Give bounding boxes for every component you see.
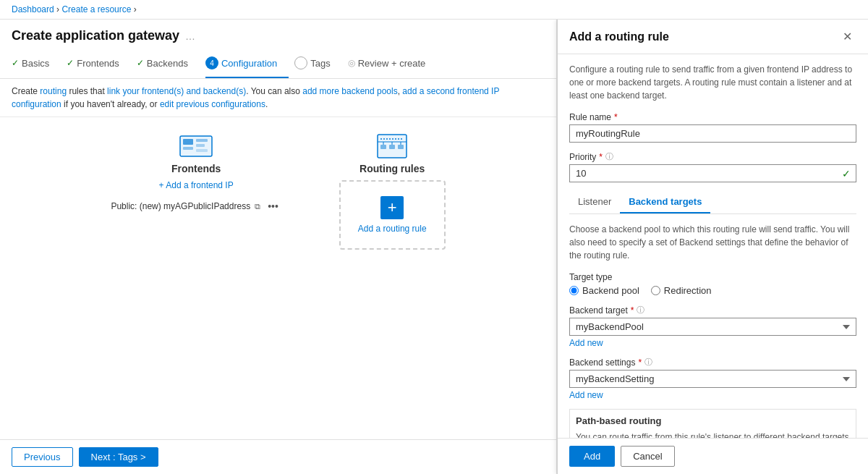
step-review-icon: ◎	[348, 58, 355, 68]
svg-rect-1	[183, 139, 193, 145]
backend-target-label-text: Backend target	[569, 305, 628, 316]
step-tags-label: Tags	[310, 58, 330, 69]
path-routing-section: Path-based routing You can route traffic…	[569, 409, 856, 438]
step-frontends[interactable]: ✓ Frontends	[67, 51, 131, 77]
side-panel-header: Add a routing rule ✕	[558, 20, 868, 54]
priority-check-icon: ✓	[842, 168, 851, 179]
radio-redirection-input[interactable]	[651, 286, 660, 295]
panel-tabs: Listener Backend targets	[569, 191, 856, 214]
page-subtitle-icon[interactable]: …	[185, 30, 195, 42]
backend-target-add-new[interactable]: Add new	[569, 338, 856, 348]
routing-title: Routing rules	[359, 163, 425, 174]
frontends-section: Frontends + Add a frontend IP Public: (n…	[111, 132, 281, 213]
priority-input-wrapper: ✓	[569, 164, 856, 182]
page-title: Create application gateway	[12, 28, 179, 43]
svg-rect-3	[196, 139, 208, 142]
step-backends-check: ✓	[137, 58, 144, 68]
cancel-button[interactable]: Cancel	[621, 446, 674, 467]
add-button[interactable]: Add	[569, 446, 615, 467]
page-header: Create application gateway …	[0, 20, 556, 49]
radio-backend-pool-label: Backend pool	[582, 285, 639, 296]
step-basics[interactable]: ✓ Basics	[12, 51, 61, 77]
priority-group: Priority * ⓘ ✓	[569, 151, 856, 182]
step-tags[interactable]: Tags	[294, 49, 341, 78]
step-configuration[interactable]: 4 Configuration	[205, 49, 289, 78]
step-basics-check: ✓	[12, 58, 19, 68]
frontends-icon	[179, 132, 213, 163]
svg-rect-5	[196, 149, 208, 152]
frontends-title: Frontends	[171, 163, 221, 174]
priority-info-icon[interactable]: ⓘ	[605, 151, 613, 162]
panel-footer: Add Cancel	[558, 438, 868, 474]
bottom-bar: Previous Next : Tags >	[0, 439, 556, 474]
next-button[interactable]: Next : Tags >	[79, 447, 158, 467]
path-routing-desc: You can route traffic from this rule's l…	[576, 431, 850, 438]
radio-backend-pool-input[interactable]	[569, 286, 579, 295]
backend-target-select[interactable]: myBackendPool	[569, 318, 856, 336]
backend-target-required: *	[631, 305, 634, 316]
backend-settings-group: Backend settings * ⓘ myBackendSetting Ad…	[569, 357, 856, 400]
step-backends-label: Backends	[147, 58, 188, 69]
target-type-group: Target type Backend pool Redirection	[569, 272, 856, 296]
priority-input[interactable]	[569, 164, 856, 182]
side-panel-title: Add a routing rule	[569, 30, 669, 43]
side-panel-close-button[interactable]: ✕	[838, 28, 856, 45]
backend-targets-desc: Choose a backend pool to which this rout…	[569, 223, 856, 262]
radio-redirection[interactable]: Redirection	[651, 285, 712, 296]
tab-listener[interactable]: Listener	[569, 191, 620, 213]
step-backends[interactable]: ✓ Backends	[137, 51, 200, 77]
frontend-item: Public: (new) myAGPublicIPaddress ⧉ •••	[111, 199, 281, 213]
info-link-pool[interactable]: add more backend pools	[302, 86, 397, 96]
radio-redirection-label: Redirection	[664, 285, 712, 296]
backend-settings-add-new[interactable]: Add new	[569, 390, 856, 400]
backend-settings-label: Backend settings * ⓘ	[569, 357, 856, 368]
svg-rect-4	[196, 144, 205, 147]
tab-backend-targets-label: Backend targets	[629, 196, 702, 207]
panel-description: Configure a routing rule to send traffic…	[569, 63, 856, 102]
frontend-ellipsis-btn[interactable]: •••	[265, 199, 281, 213]
tab-listener-label: Listener	[578, 196, 611, 207]
step-frontends-label: Frontends	[77, 58, 119, 69]
routing-box-label: Add a routing rule	[358, 224, 427, 234]
svg-rect-2	[183, 147, 193, 150]
steps-nav: ✓ Basics ✓ Frontends ✓ Backends 4 Config…	[0, 49, 556, 79]
info-link-frontend[interactable]: link your frontend(s) and backend(s)	[107, 86, 246, 96]
breadcrumb: Dashboard › Create a resource ›	[0, 0, 868, 20]
info-routing-link[interactable]: routing	[40, 86, 67, 96]
backend-settings-label-text: Backend settings	[569, 357, 635, 368]
rule-name-label: Rule name *	[569, 112, 856, 122]
target-type-label: Target type	[569, 272, 856, 282]
add-frontend-link[interactable]: + Add a frontend IP	[159, 180, 234, 190]
step-basics-label: Basics	[22, 58, 49, 69]
backend-settings-required: *	[638, 357, 642, 368]
priority-label-text: Priority	[569, 152, 596, 162]
breadcrumb-create-resource[interactable]: Create a resource	[61, 4, 131, 14]
backend-target-label: Backend target * ⓘ	[569, 305, 856, 316]
step-configuration-num: 4	[205, 56, 218, 69]
info-link-edit[interactable]: edit previous configurations	[160, 99, 265, 109]
info-text: Create routing rules that link your fron…	[0, 79, 556, 117]
rule-name-input[interactable]	[569, 124, 856, 143]
breadcrumb-dashboard[interactable]: Dashboard	[12, 4, 54, 14]
tab-backend-targets[interactable]: Backend targets	[620, 191, 710, 213]
step-configuration-label: Configuration	[221, 58, 277, 69]
backend-target-info-icon[interactable]: ⓘ	[637, 305, 644, 316]
radio-backend-pool[interactable]: Backend pool	[569, 285, 639, 296]
rule-name-group: Rule name *	[569, 112, 856, 143]
path-routing-title: Path-based routing	[576, 415, 850, 426]
breadcrumb-sep2: ›	[134, 4, 137, 14]
step-tags-circle	[294, 56, 307, 69]
backend-settings-select[interactable]: myBackendSetting	[569, 370, 856, 388]
side-panel: Add a routing rule ✕ Configure a routing…	[557, 20, 868, 474]
backend-settings-info-icon[interactable]: ⓘ	[644, 357, 652, 368]
side-panel-body: Configure a routing rule to send traffic…	[558, 54, 868, 438]
svg-rect-9	[389, 145, 395, 149]
step-review[interactable]: ◎ Review + create	[348, 51, 438, 77]
target-type-label-text: Target type	[569, 272, 612, 282]
rule-name-required: *	[614, 112, 618, 122]
add-routing-rule-box[interactable]: + Add a routing rule	[339, 180, 446, 250]
prev-button[interactable]: Previous	[12, 447, 73, 467]
priority-label: Priority * ⓘ	[569, 151, 856, 162]
routing-plus-btn[interactable]: +	[380, 196, 404, 219]
frontend-copy-icon: ⧉	[255, 202, 260, 211]
